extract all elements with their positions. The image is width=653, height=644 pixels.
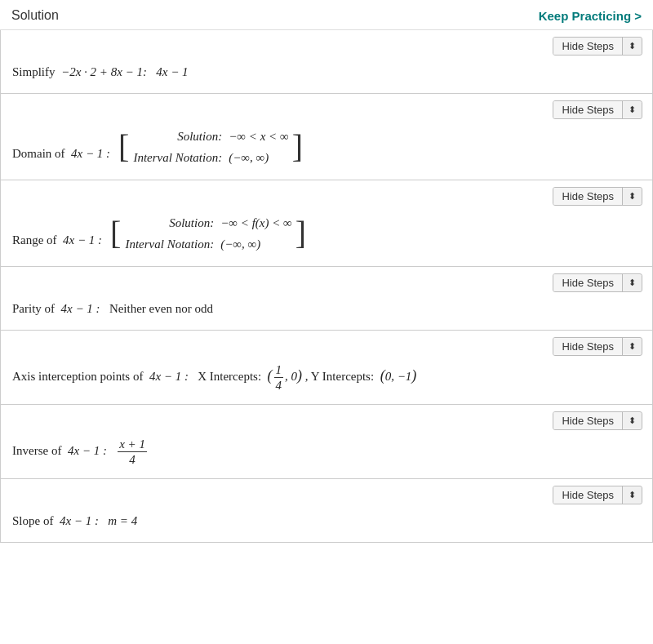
section-parity-top: Hide Steps ⬍	[1, 267, 652, 295]
bracket-right-range: ]	[295, 217, 306, 250]
slope-expression: 4x − 1 :	[56, 514, 99, 527]
hide-steps-label-domain: Hide Steps	[553, 101, 623, 118]
page-title: Solution	[11, 8, 59, 23]
section-slope-content: Slope of 4x − 1 : m = 4	[1, 508, 652, 542]
section-simplify-content: Simplify −2x · 2 + 8x − 1: 4x − 1	[1, 59, 652, 93]
slope-result: m = 4	[102, 514, 137, 527]
range-bracket: [ Solution: −∞ < f(x) < ∞ Interval Notat…	[110, 212, 306, 255]
parity-expression: 4x − 1 :	[58, 302, 100, 315]
hide-steps-button-slope[interactable]: Hide Steps ⬍	[553, 486, 642, 504]
section-simplify-top: Hide Steps ⬍	[1, 30, 652, 59]
range-interval-value: (−∞, ∞)	[220, 234, 260, 254]
section-range-top: Hide Steps ⬍	[1, 180, 652, 209]
hide-steps-label-slope: Hide Steps	[553, 486, 623, 504]
domain-interval-value: (−∞, ∞)	[229, 148, 269, 167]
section-range-content: Range of 4x − 1 : [ Solution: −∞ < f(x) …	[1, 209, 652, 266]
axis-y-value: (0, −1)	[377, 370, 416, 383]
hide-steps-label-parity: Hide Steps	[553, 274, 623, 291]
section-slope-top: Hide Steps ⬍	[1, 479, 652, 508]
range-expression: 4x − 1 :	[60, 233, 102, 246]
bracket-right-domain: ]	[292, 131, 303, 163]
hide-steps-button-range[interactable]: Hide Steps ⬍	[553, 187, 642, 206]
range-solution-label: Solution:	[124, 213, 214, 233]
simplify-expression: −2x · 2 + 8x − 1:	[58, 65, 147, 78]
domain-expression: 4x − 1 :	[68, 147, 110, 160]
hide-steps-label-simplify: Hide Steps	[553, 38, 623, 55]
domain-solution-row: Solution: −∞ < x < ∞	[132, 126, 288, 147]
parity-text: Parity of	[12, 302, 55, 315]
range-solution-value: −∞ < f(x) < ∞	[220, 213, 292, 233]
range-interval-row: Interval Notation: (−∞, ∞)	[124, 233, 292, 255]
simplify-result: 4x − 1	[150, 65, 189, 78]
domain-solution-value: −∞ < x < ∞	[229, 127, 288, 146]
section-inverse-content: Inverse of 4x − 1 : x + 14	[1, 433, 652, 478]
hide-steps-arrow-range: ⬍	[623, 189, 642, 204]
section-inverse: Hide Steps ⬍ Inverse of 4x − 1 : x + 14	[0, 405, 653, 479]
section-axis-top: Hide Steps ⬍	[1, 331, 652, 359]
section-parity-content: Parity of 4x − 1 : Neither even nor odd	[1, 295, 652, 330]
section-domain-top: Hide Steps ⬍	[1, 94, 652, 122]
axis-x-value: (14, 0)	[264, 370, 302, 383]
section-axis: Hide Steps ⬍ Axis interception points of…	[0, 331, 653, 405]
inverse-text: Inverse of	[12, 444, 61, 457]
bracket-left-range: [	[110, 217, 121, 250]
hide-steps-button-domain[interactable]: Hide Steps ⬍	[553, 100, 642, 119]
hide-steps-arrow-inverse: ⬍	[623, 413, 642, 429]
range-interval-label: Interval Notation:	[124, 234, 214, 254]
hide-steps-button-simplify[interactable]: Hide Steps ⬍	[553, 37, 642, 56]
section-slope: Hide Steps ⬍ Slope of 4x − 1 : m = 4	[0, 479, 653, 543]
section-domain-content: Domain of 4x − 1 : [ Solution: −∞ < x < …	[1, 122, 652, 180]
section-range: Hide Steps ⬍ Range of 4x − 1 : [ Solutio…	[0, 180, 653, 267]
hide-steps-arrow-axis: ⬍	[623, 339, 642, 354]
domain-bracket-inner: Solution: −∞ < x < ∞ Interval Notation: …	[132, 126, 288, 168]
keep-practicing-link[interactable]: Keep Practicing >	[539, 9, 642, 23]
slope-text: Slope of	[12, 514, 53, 527]
domain-bracket: [ Solution: −∞ < x < ∞ Interval Notation…	[118, 126, 303, 168]
hide-steps-button-inverse[interactable]: Hide Steps ⬍	[553, 411, 642, 430]
hide-steps-label-inverse: Hide Steps	[553, 412, 623, 429]
axis-x-label: X Intercepts:	[192, 370, 261, 383]
domain-text: Domain of	[12, 147, 65, 160]
domain-solution-label: Solution:	[132, 127, 222, 146]
hide-steps-button-parity[interactable]: Hide Steps ⬍	[553, 273, 642, 292]
hide-steps-label-axis: Hide Steps	[553, 338, 623, 355]
section-parity: Hide Steps ⬍ Parity of 4x − 1 : Neither …	[0, 267, 653, 331]
hide-steps-arrow-parity: ⬍	[623, 275, 642, 291]
range-text: Range of	[12, 233, 57, 246]
axis-expression: 4x − 1 :	[146, 370, 189, 383]
section-domain: Hide Steps ⬍ Domain of 4x − 1 : [ Soluti…	[0, 94, 653, 180]
bracket-left-domain: [	[118, 131, 129, 163]
hide-steps-button-axis[interactable]: Hide Steps ⬍	[553, 337, 642, 356]
domain-interval-label: Interval Notation:	[132, 148, 222, 167]
axis-y-label: , Y Intercepts:	[305, 370, 374, 383]
hide-steps-arrow-domain: ⬍	[623, 102, 642, 118]
page-header: Solution Keep Practicing >	[0, 0, 653, 30]
parity-result: Neither even nor odd	[103, 302, 213, 315]
range-solution-row: Solution: −∞ < f(x) < ∞	[124, 212, 292, 233]
axis-text: Axis interception points of	[12, 370, 143, 383]
hide-steps-arrow-slope: ⬍	[623, 487, 642, 503]
section-inverse-top: Hide Steps ⬍	[1, 405, 652, 433]
section-axis-content: Axis interception points of 4x − 1 : X I…	[1, 359, 652, 404]
hide-steps-arrow-simplify: ⬍	[623, 38, 642, 54]
inverse-expression: 4x − 1 :	[64, 444, 107, 457]
section-simplify: Hide Steps ⬍ Simplify −2x · 2 + 8x − 1: …	[0, 30, 653, 94]
inverse-result: x + 14	[110, 444, 149, 457]
range-bracket-inner: Solution: −∞ < f(x) < ∞ Interval Notatio…	[124, 212, 292, 255]
domain-interval-row: Interval Notation: (−∞, ∞)	[132, 147, 288, 168]
simplify-text: Simplify	[12, 65, 56, 78]
hide-steps-label-range: Hide Steps	[553, 188, 623, 205]
